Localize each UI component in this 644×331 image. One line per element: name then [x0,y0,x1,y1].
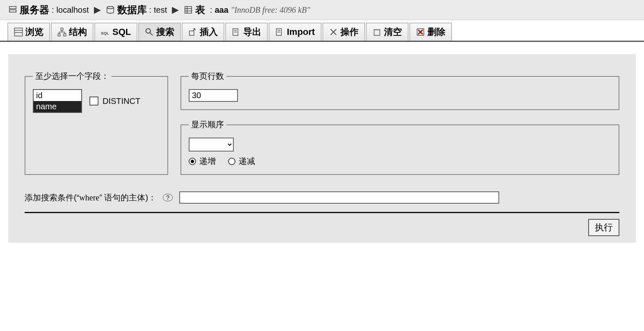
table-icon [184,5,193,14]
order-asc-label: 递增 [199,156,216,167]
operations-icon [329,28,338,37]
tab-label: 浏览 [25,26,43,38]
export-icon [232,28,241,37]
tab-label: 插入 [200,26,218,38]
server-label: 服务器 [20,3,49,16]
svg-rect-20 [190,31,194,35]
browse-icon [14,28,23,37]
field-list[interactable]: id name [33,89,82,113]
svg-rect-7 [14,28,22,36]
database-label: 数据库 [117,3,147,16]
order-desc-label: 递减 [239,156,255,167]
tab-insert[interactable]: 插入 [182,23,224,41]
tabs: 浏览 结构 SQL SQL 搜索 插入 导出 Import 操作 清空 删除 [0,20,644,42]
order-fieldset: 显示顺序 递增 递减 [180,119,619,175]
rows-per-page-input[interactable] [189,89,238,102]
field-select-legend: 至少选择一个字段： [33,71,112,82]
tab-label: 清空 [384,26,402,38]
svg-text:SQL: SQL [101,31,109,35]
server-icon [8,5,17,14]
svg-rect-10 [61,28,63,30]
execute-button[interactable]: 执行 [588,219,619,236]
radio-asc[interactable] [189,158,196,165]
svg-rect-0 [9,7,16,9]
order-legend: 显示顺序 [189,119,226,130]
insert-icon [188,28,197,37]
tab-drop[interactable]: 删除 [409,23,452,41]
search-panel: 至少选择一个字段： id name DISTINCT 每页行数 显示顺序 [8,54,636,243]
svg-rect-1 [9,10,16,12]
structure-icon [57,28,66,37]
where-clause-row: 添加搜索条件(“where” 语句的主体)： ? [25,191,619,204]
distinct-checkbox[interactable] [89,97,98,106]
divider [25,212,619,213]
field-select-fieldset: 至少选择一个字段： id name DISTINCT [25,71,168,175]
where-label: 添加搜索条件(“where” 语句的主体)： [25,192,156,203]
order-desc-option[interactable]: 递减 [228,156,255,167]
radio-desc[interactable] [228,158,235,165]
svg-line-19 [150,32,153,35]
table-value[interactable]: aaa [215,5,228,15]
tab-label: SQL [112,27,131,37]
svg-point-18 [146,29,151,33]
tab-label: 操作 [340,26,359,38]
empty-icon [372,28,381,37]
order-asc-option[interactable]: 递增 [189,156,216,167]
tab-label: 导出 [243,26,261,38]
rows-per-page-fieldset: 每页行数 [180,71,619,110]
table-label: 表 [195,3,205,16]
breadcrumb: 服务器: localhost ▶ 数据库: test ▶ 表 : aaa "In… [0,0,644,20]
tab-label: Import [287,27,315,37]
tab-label: 删除 [427,26,445,38]
table-comment: "InnoDB free: 4096 kB" [231,5,310,15]
tab-label: 搜索 [156,26,174,38]
tab-sql[interactable]: SQL SQL [94,23,137,41]
tab-label: 结构 [69,26,87,38]
field-option-id[interactable]: id [34,90,81,101]
tab-operations[interactable]: 操作 [322,23,365,41]
distinct-label: DISTINCT [103,97,140,106]
breadcrumb-separator: ▶ [94,5,101,15]
tab-search[interactable]: 搜索 [138,23,181,41]
tab-empty[interactable]: 清空 [366,23,409,41]
drop-icon [416,28,425,37]
server-value[interactable]: localhost [57,5,89,15]
svg-point-2 [107,7,114,9]
svg-rect-27 [374,30,380,36]
import-icon [275,28,284,37]
tab-export[interactable]: 导出 [225,23,268,41]
svg-rect-12 [64,34,66,36]
help-icon[interactable]: ? [163,194,173,201]
order-by-select[interactable] [189,138,234,152]
search-icon [145,28,154,37]
database-value[interactable]: test [154,5,167,15]
sql-icon: SQL [101,28,110,37]
tab-browse[interactable]: 浏览 [7,23,50,41]
field-option-name[interactable]: name [34,101,81,112]
breadcrumb-separator: ▶ [172,5,179,15]
tab-structure[interactable]: 结构 [51,23,94,41]
tab-import[interactable]: Import [269,23,321,41]
svg-rect-11 [58,34,60,36]
rows-legend: 每页行数 [189,71,226,82]
where-input[interactable] [179,191,499,204]
database-icon [106,5,115,14]
svg-rect-3 [185,7,192,14]
